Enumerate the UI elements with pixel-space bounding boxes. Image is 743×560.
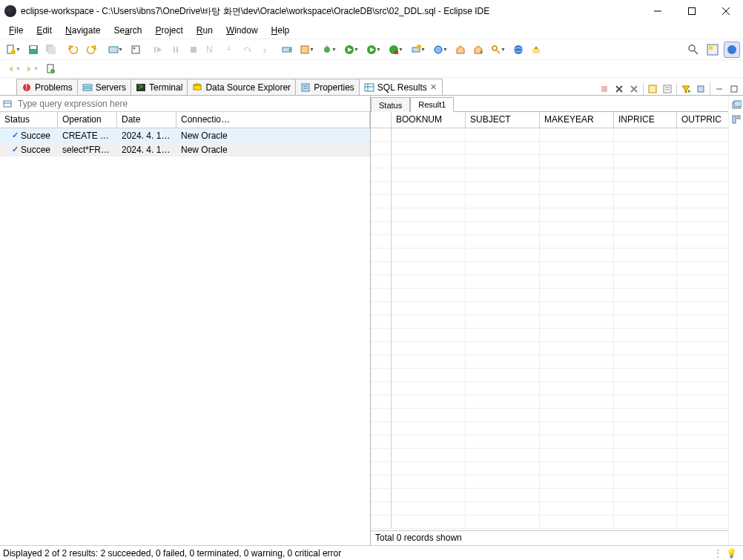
menu-help[interactable]: Help (265, 24, 296, 37)
grid-row[interactable] (371, 195, 728, 208)
connection-profile-button[interactable]: ▼ (105, 42, 122, 58)
perspective-db-button[interactable] (704, 42, 721, 58)
preferences-button[interactable] (695, 83, 707, 95)
grid-row[interactable] (371, 462, 728, 475)
suspend-button[interactable] (168, 42, 184, 58)
tab-problems[interactable]: !Problems (16, 79, 78, 95)
tab-data-source-explorer[interactable]: Data Source Explorer (187, 79, 296, 95)
tip-bulb-icon[interactable]: 💡 (726, 548, 737, 559)
grid-row[interactable] (371, 142, 728, 155)
redo-button[interactable] (83, 42, 99, 58)
grid-row[interactable] (371, 515, 728, 529)
coverage-button[interactable]: ▼ (386, 42, 402, 58)
web-browser-button[interactable] (510, 42, 526, 58)
menu-file[interactable]: File (3, 24, 29, 37)
menu-window[interactable]: Window (220, 24, 264, 37)
save-button[interactable] (25, 42, 42, 58)
grid-row[interactable] (371, 422, 728, 435)
back-button[interactable]: ▼ (3, 61, 19, 77)
new-button[interactable]: ▼ (3, 42, 19, 58)
col-makeyear[interactable]: MAKEYEAR (540, 112, 614, 128)
col-date[interactable]: Date (117, 112, 176, 128)
outline-button[interactable] (730, 113, 742, 125)
grid-row[interactable] (371, 435, 728, 449)
col-rownum[interactable] (371, 112, 392, 128)
step-return-button[interactable] (257, 42, 273, 58)
open-task-button[interactable] (470, 42, 486, 58)
terminate-button[interactable] (185, 42, 202, 58)
pin-editor-button[interactable] (43, 61, 59, 77)
menu-project[interactable]: Project (149, 24, 188, 37)
grid-row[interactable] (371, 449, 728, 462)
undo-button[interactable] (65, 42, 82, 58)
close-tab-icon[interactable]: ✕ (430, 82, 437, 92)
new-wizard-button[interactable]: ▼ (430, 42, 446, 58)
search-button[interactable]: ▼ (488, 42, 504, 58)
run-last-button[interactable]: ▼ (363, 42, 380, 58)
filter-results-button[interactable] (680, 83, 692, 95)
new-server-button[interactable]: ▼ (408, 42, 424, 58)
remove-result-button[interactable] (598, 83, 610, 95)
remove-all-button[interactable] (613, 83, 625, 95)
restore-button[interactable] (730, 99, 742, 111)
grid-row[interactable] (371, 248, 728, 262)
grid-row[interactable] (371, 155, 728, 168)
filter-toggle-button[interactable] (0, 96, 15, 111)
tab-terminal[interactable]: >Terminal (131, 79, 188, 95)
debug-button[interactable]: ▼ (319, 42, 335, 58)
result-tab-status[interactable]: Status (371, 97, 410, 112)
grid-row[interactable] (371, 409, 728, 422)
menu-navigate[interactable]: Navigate (59, 24, 106, 37)
step-over-button[interactable] (239, 42, 255, 58)
grid-row[interactable] (371, 329, 728, 342)
save-all-button[interactable] (43, 42, 59, 58)
history-row[interactable]: ✓Succee select*FRO… 2024. 4. 13… New Ora… (0, 142, 370, 157)
access-search-button[interactable] (685, 42, 701, 58)
single-tab-button[interactable] (647, 83, 658, 95)
sql-scrapbook-button[interactable] (128, 42, 144, 58)
col-connection[interactable]: Connectio… (176, 112, 370, 128)
text-mode-button[interactable] (661, 83, 673, 95)
grid-row[interactable] (371, 342, 728, 355)
grid-row[interactable] (371, 208, 728, 222)
col-operation[interactable]: Operation (58, 112, 117, 128)
tab-properties[interactable]: Properties (295, 79, 360, 95)
grid-row[interactable] (371, 502, 728, 515)
grid-row[interactable] (371, 302, 728, 315)
result-tab-result1[interactable]: Result1 (410, 97, 454, 112)
maximize-button[interactable] (675, 0, 709, 22)
tab-servers[interactable]: Servers (77, 79, 131, 95)
close-button[interactable] (709, 0, 743, 22)
maximize-view-button[interactable] (728, 83, 740, 95)
tab-sql-results[interactable]: SQL Results✕ (359, 79, 443, 95)
minimize-view-button[interactable] (713, 83, 725, 95)
grid-row[interactable] (371, 315, 728, 329)
grid-row[interactable] (371, 355, 728, 369)
perspective-jee-button[interactable] (724, 42, 740, 58)
grid-row[interactable] (371, 489, 728, 502)
restart-server-button[interactable] (279, 42, 295, 58)
menu-run[interactable]: Run (191, 24, 219, 37)
grid-row[interactable] (371, 182, 728, 195)
disconnect-button[interactable]: N (203, 42, 219, 58)
col-outprice[interactable]: OUTPRIC (677, 112, 728, 128)
step-into-button[interactable] (221, 42, 237, 58)
grid-row[interactable] (371, 128, 728, 142)
minimize-button[interactable] (641, 0, 675, 22)
publish-button[interactable]: ▼ (297, 42, 313, 58)
forward-button[interactable]: ▼ (21, 61, 37, 77)
grid-row[interactable] (371, 382, 728, 395)
resume-button[interactable] (150, 42, 166, 58)
col-status[interactable]: Status (0, 112, 58, 128)
menu-edit[interactable]: Edit (30, 24, 58, 37)
grid-row[interactable] (371, 168, 728, 182)
result-grid[interactable]: BOOKNUM SUBJECT MAKEYEAR INPRICE OUTPRIC (371, 112, 728, 530)
col-booknum[interactable]: BOOKNUM (392, 112, 466, 128)
grid-row[interactable] (371, 475, 728, 489)
grid-row[interactable] (371, 395, 728, 409)
grid-row[interactable] (371, 262, 728, 275)
col-subject[interactable]: SUBJECT (466, 112, 540, 128)
open-type-button[interactable] (452, 42, 469, 58)
remove-visible-button[interactable] (628, 83, 640, 95)
history-row[interactable]: ✓Succee CREATE TA… 2024. 4. 13… New Orac… (0, 128, 370, 142)
